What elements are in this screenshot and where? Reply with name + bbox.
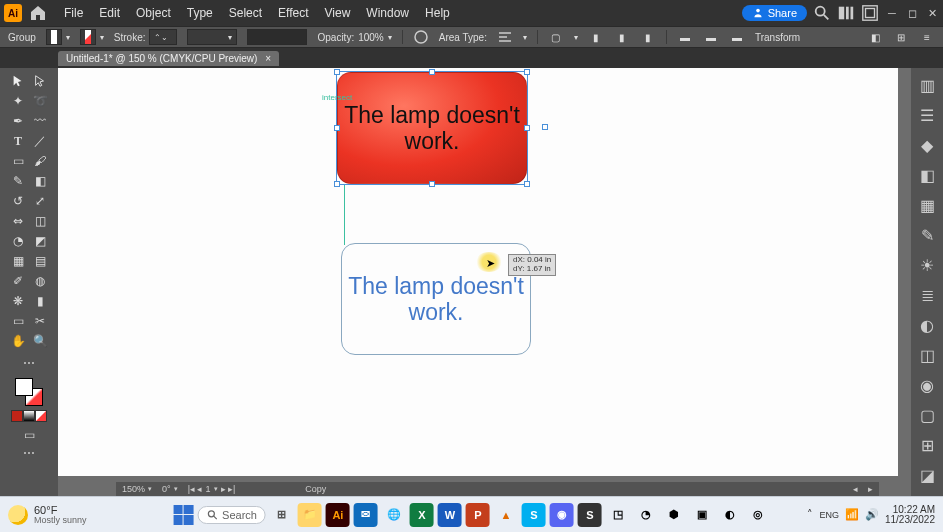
- tray-volume-icon[interactable]: 🔊: [865, 508, 879, 521]
- graphic-styles-icon[interactable]: ▢: [918, 406, 936, 424]
- blend-tool[interactable]: ◍: [30, 272, 50, 290]
- align-center-h-icon[interactable]: ▮: [614, 29, 630, 45]
- pen-tool[interactable]: ✒: [8, 112, 28, 130]
- paintbrush-tool[interactable]: 🖌: [30, 152, 50, 170]
- app-icon-5[interactable]: ◐: [718, 503, 742, 527]
- explorer-icon[interactable]: 📁: [298, 503, 322, 527]
- arrange-docs-icon[interactable]: [837, 4, 855, 22]
- canvas[interactable]: The lamp doesn't work. intersect The lam…: [58, 68, 911, 496]
- width-tool[interactable]: ⇔: [8, 212, 28, 230]
- menu-view[interactable]: View: [317, 6, 359, 20]
- shaper-tool[interactable]: ✎: [8, 172, 28, 190]
- brush-definition[interactable]: ▾: [187, 29, 237, 45]
- eraser-tool[interactable]: ◧: [30, 172, 50, 190]
- zoom-field[interactable]: 150%▾: [122, 484, 152, 494]
- drawing-mode-row[interactable]: [11, 410, 47, 422]
- menu-effect[interactable]: Effect: [270, 6, 316, 20]
- mesh-tool[interactable]: ▦: [8, 252, 28, 270]
- rectangle-tool[interactable]: ▭: [8, 152, 28, 170]
- align-panel-icon[interactable]: ⊞: [918, 436, 936, 454]
- start-button[interactable]: [173, 505, 193, 525]
- symbols-panel-icon[interactable]: ☀: [918, 256, 936, 274]
- appearance-panel-icon[interactable]: ◉: [918, 376, 936, 394]
- rotate-view-field[interactable]: 0°▾: [162, 484, 178, 494]
- lasso-tool[interactable]: ➰: [30, 92, 50, 110]
- app-icon-2[interactable]: ◔: [634, 503, 658, 527]
- layers-panel-icon[interactable]: ☰: [918, 106, 936, 124]
- menu-edit[interactable]: Edit: [91, 6, 128, 20]
- search-icon[interactable]: [813, 4, 831, 22]
- task-view-icon[interactable]: ⊞: [270, 503, 294, 527]
- slice-tool[interactable]: ✂: [30, 312, 50, 330]
- menu-file[interactable]: File: [56, 6, 91, 20]
- scale-tool[interactable]: ⤢: [30, 192, 50, 210]
- rotate-tool[interactable]: ↺: [8, 192, 28, 210]
- tray-wifi-icon[interactable]: 📶: [845, 508, 859, 521]
- app-icon-6[interactable]: ◎: [746, 503, 770, 527]
- stroke-swatch[interactable]: ▾: [80, 29, 104, 45]
- fill-stroke-swatch[interactable]: ▾: [46, 29, 70, 45]
- menu-select[interactable]: Select: [221, 6, 270, 20]
- chrome-icon[interactable]: 🌐: [382, 503, 406, 527]
- document-tab[interactable]: Untitled-1* @ 150 % (CMYK/CPU Preview) ×: [58, 51, 279, 66]
- align-right-icon[interactable]: ▮: [640, 29, 656, 45]
- free-transform-tool[interactable]: ◫: [30, 212, 50, 230]
- perspective-tool[interactable]: ◩: [30, 232, 50, 250]
- close-icon[interactable]: ×: [265, 53, 271, 64]
- zoom-tool[interactable]: 🔍: [30, 332, 50, 350]
- app-icon-3[interactable]: ⬢: [662, 503, 686, 527]
- artboard-tool[interactable]: ▭: [8, 312, 28, 330]
- word-icon[interactable]: W: [438, 503, 462, 527]
- align-top-icon[interactable]: ▬: [677, 29, 693, 45]
- edit-toolbar-icon[interactable]: ⋯: [19, 354, 39, 372]
- excel-icon[interactable]: X: [410, 503, 434, 527]
- color-panel-icon[interactable]: ◧: [918, 166, 936, 184]
- stroke-panel-icon[interactable]: ≣: [918, 286, 936, 304]
- artboard-nav[interactable]: |◂ ◂ 1 ▾ ▸ ▸|: [188, 484, 236, 494]
- illustrator-icon[interactable]: Ai: [326, 503, 350, 527]
- transform-envelope-icon[interactable]: ▢: [548, 29, 564, 45]
- stroke-weight-field[interactable]: ⌃⌄: [149, 29, 177, 45]
- pathfinder-panel-icon[interactable]: ◪: [918, 466, 936, 484]
- window-minimize[interactable]: ─: [885, 6, 899, 20]
- line-tool[interactable]: ／: [30, 132, 50, 150]
- shape-builder-tool[interactable]: ◔: [8, 232, 28, 250]
- recolor-artwork-icon[interactable]: [413, 29, 429, 45]
- hand-tool[interactable]: ✋: [8, 332, 28, 350]
- isolation-mode-icon[interactable]: ◧: [867, 29, 883, 45]
- tray-lang-icon[interactable]: ENG: [819, 510, 839, 520]
- brushes-panel-icon[interactable]: ✎: [918, 226, 936, 244]
- properties-panel-icon[interactable]: ▥: [918, 76, 936, 94]
- home-icon[interactable]: [28, 3, 48, 23]
- curvature-tool[interactable]: 〰: [30, 112, 50, 130]
- scroll-arrows[interactable]: ◂ ▸: [853, 484, 873, 494]
- system-tray[interactable]: ˄ ENG 📶 🔊 10:22 AM 11/23/2022: [807, 505, 935, 525]
- taskbar-clock[interactable]: 10:22 AM 11/23/2022: [885, 505, 935, 525]
- menu-object[interactable]: Object: [128, 6, 179, 20]
- transparency-panel-icon[interactable]: ◫: [918, 346, 936, 364]
- tray-chevron-icon[interactable]: ˄: [807, 508, 813, 521]
- screen-mode-icon[interactable]: ▭: [19, 426, 39, 444]
- direct-selection-tool[interactable]: [30, 72, 50, 90]
- align-left-icon[interactable]: ▮: [588, 29, 604, 45]
- workspace-icon[interactable]: [861, 4, 879, 22]
- align-middle-icon[interactable]: ▬: [703, 29, 719, 45]
- type-tool[interactable]: T: [8, 132, 28, 150]
- app-icon-4[interactable]: ▣: [690, 503, 714, 527]
- align-to-icon[interactable]: ⊞: [893, 29, 909, 45]
- discord-icon[interactable]: ◉: [550, 503, 574, 527]
- swatches-panel-icon[interactable]: ▦: [918, 196, 936, 214]
- menu-type[interactable]: Type: [179, 6, 221, 20]
- gradient-panel-icon[interactable]: ◐: [918, 316, 936, 334]
- live-corner-widget[interactable]: [542, 124, 548, 130]
- column-graph-tool[interactable]: ▮: [30, 292, 50, 310]
- align-bottom-icon[interactable]: ▬: [729, 29, 745, 45]
- powerpoint-icon[interactable]: P: [466, 503, 490, 527]
- menu-window[interactable]: Window: [358, 6, 417, 20]
- fill-stroke-indicator[interactable]: [15, 378, 43, 406]
- app-icon-1[interactable]: ◳: [606, 503, 630, 527]
- graphic-style[interactable]: [247, 29, 307, 45]
- window-restore[interactable]: ◻: [905, 6, 919, 20]
- eyedropper-tool[interactable]: ✐: [8, 272, 28, 290]
- more-tools-icon[interactable]: ⋯: [19, 444, 39, 462]
